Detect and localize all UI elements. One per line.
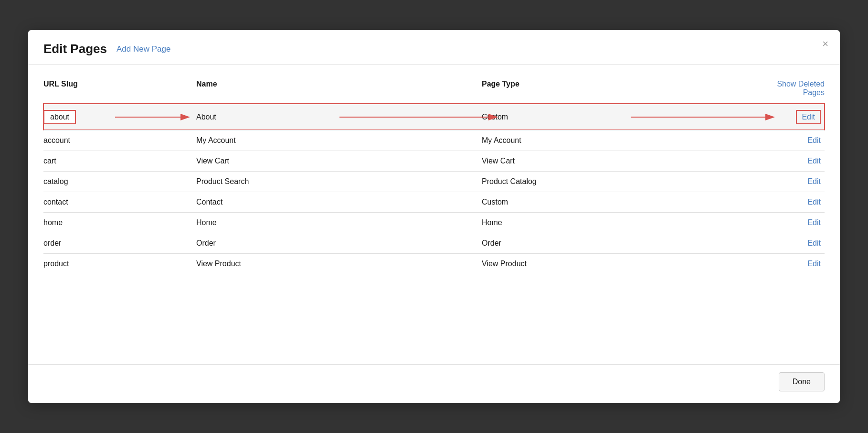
col-header-page-type: Page Type bbox=[482, 80, 767, 97]
table-row: home Home Home Edit bbox=[43, 212, 825, 233]
cell-edit: Edit bbox=[767, 198, 825, 206]
edit-link-highlighted[interactable]: Edit bbox=[796, 110, 821, 124]
cell-edit: Edit bbox=[767, 218, 825, 227]
modal-body: URL Slug Name Page Type Show Deleted Pag… bbox=[28, 65, 840, 364]
cell-slug: cart bbox=[43, 157, 196, 165]
cell-page-type: View Product bbox=[482, 260, 767, 268]
modal-title: Edit Pages bbox=[43, 42, 107, 56]
edit-link[interactable]: Edit bbox=[807, 136, 821, 144]
col-header-slug: URL Slug bbox=[43, 80, 196, 97]
cell-page-type: View Cart bbox=[482, 157, 767, 165]
cell-slug: home bbox=[43, 218, 196, 227]
add-new-page-link[interactable]: Add New Page bbox=[116, 44, 170, 54]
close-button[interactable]: × bbox=[822, 39, 828, 49]
table-row: product View Product View Product Edit bbox=[43, 253, 825, 274]
cell-edit: Edit bbox=[767, 239, 825, 248]
cell-name: Order bbox=[196, 239, 482, 248]
cell-slug: account bbox=[43, 136, 196, 145]
modal-footer: Done bbox=[28, 364, 840, 403]
cell-page-type: Custom bbox=[482, 113, 767, 121]
edit-link[interactable]: Edit bbox=[807, 218, 821, 227]
table-body: about About Custom Edit bbox=[43, 104, 825, 274]
cell-edit: Edit bbox=[767, 177, 825, 186]
modal-overlay: Edit Pages Add New Page × URL Slug Name … bbox=[0, 0, 868, 433]
edit-link[interactable]: Edit bbox=[807, 239, 821, 247]
table-row: contact Contact Custom Edit bbox=[43, 192, 825, 212]
table-row: account My Account My Account Edit bbox=[43, 130, 825, 151]
cell-page-type: Order bbox=[482, 239, 767, 248]
cell-name: View Product bbox=[196, 260, 482, 268]
edit-link[interactable]: Edit bbox=[807, 198, 821, 206]
cell-name: Home bbox=[196, 218, 482, 227]
cell-edit: Edit bbox=[767, 157, 825, 165]
cell-slug: order bbox=[43, 239, 196, 248]
edit-link[interactable]: Edit bbox=[807, 260, 821, 268]
table-row: cart View Cart View Cart Edit bbox=[43, 151, 825, 171]
edit-link[interactable]: Edit bbox=[807, 177, 821, 185]
cell-name: My Account bbox=[196, 136, 482, 145]
table-header: URL Slug Name Page Type Show Deleted Pag… bbox=[43, 76, 825, 102]
table-row: catalog Product Search Product Catalog E… bbox=[43, 171, 825, 192]
done-button[interactable]: Done bbox=[779, 372, 825, 391]
cell-page-type: Custom bbox=[482, 198, 767, 206]
cell-slug: contact bbox=[43, 198, 196, 206]
cell-page-type: My Account bbox=[482, 136, 767, 145]
modal-header: Edit Pages Add New Page × bbox=[28, 30, 840, 65]
cell-page-type: Product Catalog bbox=[482, 177, 767, 186]
cell-edit: Edit bbox=[767, 260, 825, 268]
edit-link[interactable]: Edit bbox=[807, 157, 821, 165]
cell-slug: product bbox=[43, 260, 196, 268]
modal-dialog: Edit Pages Add New Page × URL Slug Name … bbox=[28, 30, 840, 403]
cell-name: Contact bbox=[196, 198, 482, 206]
highlighted-slug: about bbox=[43, 110, 76, 124]
table-row: about About Custom Edit bbox=[43, 104, 825, 130]
cell-slug: catalog bbox=[43, 177, 196, 186]
col-header-name: Name bbox=[196, 80, 482, 97]
cell-name: View Cart bbox=[196, 157, 482, 165]
table-row: order Order Order Edit bbox=[43, 233, 825, 253]
cell-edit: Edit bbox=[767, 136, 825, 145]
cell-page-type: Home bbox=[482, 218, 767, 227]
cell-slug: about bbox=[43, 110, 196, 124]
cell-edit: Edit bbox=[767, 110, 825, 124]
cell-name: Product Search bbox=[196, 177, 482, 186]
show-deleted-pages-link[interactable]: Show Deleted Pages bbox=[767, 80, 825, 97]
cell-name: About bbox=[196, 113, 482, 121]
